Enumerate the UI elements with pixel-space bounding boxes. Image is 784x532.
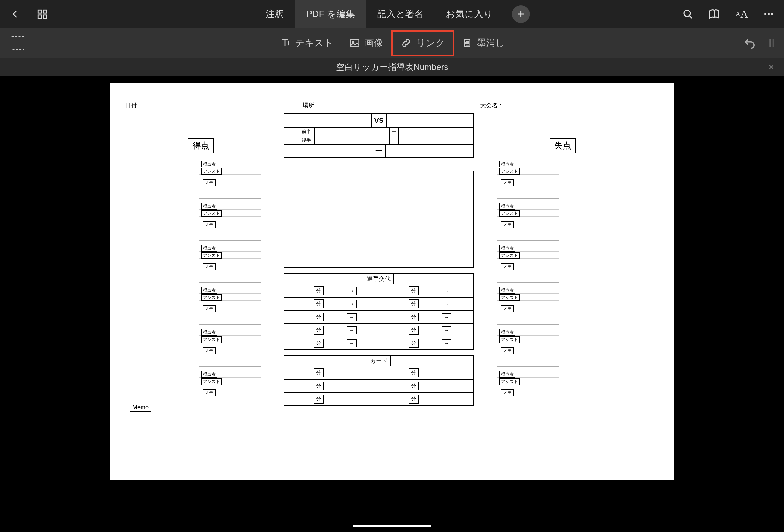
scorer-tag: 得点者	[201, 245, 217, 252]
substitution-row: 分 → 分 →	[284, 337, 473, 350]
home-indicator[interactable]	[353, 525, 431, 527]
viewport: 日付： 場所： 大会名： VS 前半 ー 後半 ー	[0, 76, 784, 532]
memo-tag: メモ	[501, 263, 514, 270]
memo-tag: メモ	[202, 263, 216, 270]
memo-tag: メモ	[501, 305, 514, 312]
vs-label: VS	[371, 114, 387, 127]
arrow-box: →	[442, 300, 451, 308]
tool-text-label: テキスト	[295, 37, 333, 49]
tool-text[interactable]: テキスト	[272, 31, 341, 55]
assist-tag: アシスト	[201, 294, 222, 301]
svg-point-9	[767, 13, 769, 15]
undo-icon[interactable]	[743, 37, 756, 49]
svg-line-7	[690, 16, 692, 19]
team-away	[387, 114, 473, 127]
thumbnails-icon[interactable]	[37, 8, 48, 20]
scorer-tag: 得点者	[201, 329, 217, 336]
scorer-tag: 得点者	[201, 203, 217, 209]
assist-tag: アシスト	[499, 378, 520, 385]
tab-fill-sign[interactable]: 記入と署名	[366, 0, 435, 28]
assist-tag: アシスト	[201, 252, 222, 259]
field-tournament-value	[506, 101, 661, 110]
first-half-label: 前半	[298, 128, 314, 136]
minute-box: 分	[314, 339, 324, 348]
card-row: 分 分	[284, 380, 473, 393]
tab-annotations[interactable]: 注釈	[254, 0, 295, 28]
minute-box: 分	[409, 326, 419, 335]
score-cards-right: 得点者 アシスト メモ 得点者 アシスト メモ 得点者 アシスト メモ 得点者 …	[497, 160, 559, 412]
scorer-tag: 得点者	[201, 287, 217, 293]
tabs: 注釈 PDF を編集 記入と署名 お気に入り	[254, 0, 530, 28]
svg-rect-0	[38, 10, 41, 13]
more-icon[interactable]	[763, 8, 774, 20]
memo-tag: メモ	[501, 221, 514, 228]
memo-tag: メモ	[202, 221, 216, 228]
svg-point-10	[771, 13, 773, 15]
search-icon[interactable]	[682, 8, 693, 20]
tab-edit-pdf[interactable]: PDF を編集	[295, 0, 366, 28]
substitution-row: 分 → 分 →	[284, 284, 473, 298]
score-card: 得点者 アシスト メモ	[199, 328, 261, 367]
score-card: 得点者 アシスト メモ	[497, 370, 559, 409]
minute-box: 分	[409, 395, 419, 403]
subbar-right	[743, 37, 774, 49]
header-row: 日付： 場所： 大会名：	[123, 101, 661, 110]
arrow-box: →	[347, 313, 357, 321]
minute-box: 分	[314, 382, 324, 390]
add-tab-button[interactable]	[512, 5, 530, 23]
minute-box: 分	[409, 382, 419, 390]
memo-tag: メモ	[501, 179, 514, 186]
arrow-box: →	[347, 339, 357, 347]
assist-tag: アシスト	[499, 336, 520, 343]
topbar-left	[0, 8, 48, 20]
score-card: 得点者 アシスト メモ	[497, 244, 559, 283]
field-place-value	[323, 101, 477, 110]
vs-block: VS 前半 ー 後半 ー ー	[284, 113, 474, 158]
minute-box: 分	[409, 339, 419, 348]
card-head: カード	[284, 355, 474, 366]
tool-image[interactable]: 画像	[341, 31, 391, 55]
subtools: テキスト 画像 リンク 墨消し	[272, 30, 512, 56]
memo-tag: メモ	[501, 347, 514, 354]
score-card: 得点者 アシスト メモ	[497, 160, 559, 199]
dash-icon: ー	[389, 136, 398, 144]
score-card: 得点者 アシスト メモ	[199, 370, 261, 409]
memo-tag: メモ	[202, 305, 216, 312]
close-icon[interactable]: ×	[768, 61, 774, 73]
dash-icon: ー	[372, 145, 386, 157]
pdf-page[interactable]: 日付： 場所： 大会名： VS 前半 ー 後半 ー	[110, 83, 674, 480]
titlebar: 空白サッカー指導表Numbers ×	[0, 58, 784, 76]
assist-tag: アシスト	[499, 294, 520, 301]
document-title: 空白サッカー指導表Numbers	[336, 61, 448, 73]
redo-icon[interactable]	[769, 37, 774, 49]
arrow-box: →	[347, 300, 357, 308]
assist-tag: アシスト	[499, 168, 520, 175]
scorer-tag: 得点者	[499, 203, 515, 209]
topbar-right: AA	[682, 8, 774, 20]
substitution-row: 分 → 分 →	[284, 298, 473, 311]
reader-icon[interactable]	[708, 8, 720, 20]
second-half-label: 後半	[298, 136, 314, 144]
topbar: 注釈 PDF を編集 記入と署名 お気に入り AA	[0, 0, 784, 28]
scorer-tag: 得点者	[499, 161, 515, 167]
substitution-title: 選手交代	[364, 274, 394, 284]
field-date-label: 日付：	[123, 101, 145, 110]
tool-link[interactable]: リンク	[391, 30, 454, 56]
back-icon[interactable]	[10, 9, 20, 19]
selection-tool-icon[interactable]	[10, 36, 24, 50]
memo-tag: メモ	[202, 179, 216, 186]
substitution-row: 分 → 分 →	[284, 311, 473, 324]
tool-image-label: 画像	[365, 37, 383, 49]
tab-favorites[interactable]: お気に入り	[435, 0, 504, 28]
tool-redact[interactable]: 墨消し	[454, 31, 512, 55]
score-label-conceded: 失点	[550, 138, 576, 153]
assist-tag: アシスト	[201, 378, 222, 385]
score-card: 得点者 アシスト メモ	[199, 244, 261, 283]
minute-box: 分	[314, 395, 324, 403]
assist-tag: アシスト	[201, 336, 222, 343]
textsize-icon[interactable]: AA	[735, 8, 748, 20]
field-diagram	[284, 171, 474, 268]
score-card: 得点者 アシスト メモ	[199, 160, 261, 199]
substitution-table: 分 → 分 → 分 → 分 → 分 → 分 → 分 → 分 →	[284, 284, 474, 350]
substitution-row: 分 → 分 →	[284, 324, 473, 337]
